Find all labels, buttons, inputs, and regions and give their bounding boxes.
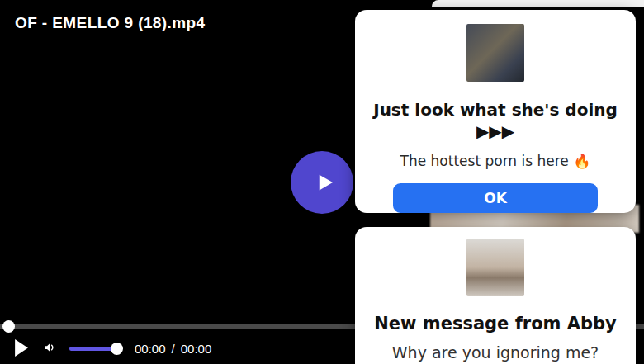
duration: 00:00 — [181, 342, 212, 356]
play-icon — [308, 170, 337, 195]
time-separator: / — [172, 342, 175, 356]
background-page-strip — [432, 0, 644, 7]
seekbar-thumb[interactable] — [2, 320, 15, 333]
popup-message[interactable]: New message from Abby Why are you ignori… — [355, 227, 636, 364]
offer-subtitle: The hottest porn is here 🔥 — [400, 153, 591, 169]
popup-offer: Just look what she's doing ▶▶▶ The hotte… — [355, 10, 636, 213]
play-icon — [14, 339, 28, 359]
current-time: 00:00 — [135, 342, 166, 356]
offer-title: Just look what she's doing ▶▶▶ — [355, 99, 636, 142]
big-play-button[interactable] — [291, 151, 353, 214]
message-title: New message from Abby — [374, 314, 617, 333]
video-title: OF - EMELLO 9 (18).mp4 — [15, 14, 206, 32]
page: OF - EMELLO 9 (18).mp4 00:00 — [0, 0, 644, 364]
volume-slider[interactable] — [69, 347, 121, 351]
volume-low-icon — [42, 340, 57, 357]
time-display: 00:00 / 00:00 — [135, 342, 211, 356]
volume-thumb[interactable] — [111, 343, 123, 355]
ok-button[interactable]: OK — [393, 183, 598, 213]
message-thumbnail-image — [466, 239, 524, 296]
play-button[interactable] — [14, 339, 28, 359]
offer-thumbnail-image — [466, 24, 524, 82]
player-controls: 00:00 / 00:00 — [0, 333, 355, 364]
mute-button[interactable] — [42, 340, 57, 357]
message-body: Why are you ignoring me? — [392, 343, 599, 362]
